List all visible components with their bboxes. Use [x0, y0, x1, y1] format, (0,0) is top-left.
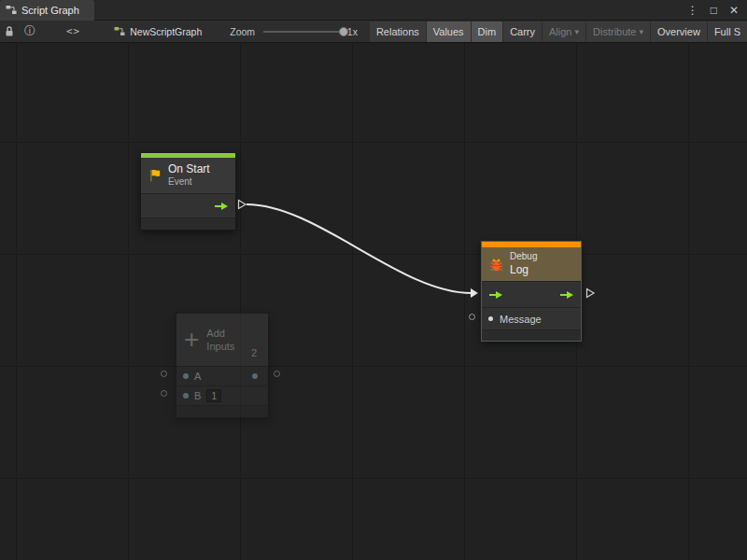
graph-toolbar: ⓘ <> NewScriptGraph Zoom 1x Relations Va… [0, 21, 747, 43]
close-icon[interactable]: ✕ [729, 4, 739, 17]
debug-log-header: Debug Log [482, 247, 581, 281]
wire-arrowhead [471, 288, 478, 298]
port-a-label: A [194, 371, 201, 382]
input-row-b[interactable]: B 1 [176, 385, 268, 405]
bug-icon [488, 257, 504, 273]
node-footer [141, 217, 235, 230]
message-input-port[interactable] [469, 314, 475, 320]
carry-button[interactable]: Carry [503, 21, 542, 42]
flow-output-arrow-icon[interactable] [559, 290, 574, 300]
graph-canvas[interactable]: On Start Event [0, 43, 747, 560]
node-footer [176, 405, 268, 417]
info-icon[interactable]: ⓘ [24, 23, 35, 39]
node-debug-log[interactable]: Debug Log Message [481, 241, 582, 342]
on-start-header: On Start Event [141, 158, 235, 193]
chevron-down-icon: ▾ [640, 27, 644, 36]
maximize-icon[interactable]: □ [711, 4, 717, 17]
script-graph-window: Script Graph ⋮ □ ✕ ⓘ <> NewScriptGraph Z… [0, 0, 747, 560]
plus-icon: + [184, 327, 199, 353]
node-title-line2: Inputs [206, 340, 234, 353]
port-b-value-field[interactable]: 1 [206, 389, 221, 402]
output-port[interactable] [274, 371, 280, 377]
fullscreen-button[interactable]: Full S [708, 21, 747, 42]
graph-name-label: NewScriptGraph [130, 26, 202, 37]
flow-wire[interactable] [247, 204, 472, 293]
add-inputs-header: + Add Inputs 2 [176, 314, 268, 366]
flow-output-port[interactable] [585, 287, 596, 299]
script-graph-icon [6, 5, 17, 15]
value-port-dot[interactable] [183, 373, 189, 379]
relations-button[interactable]: Relations [370, 21, 426, 42]
on-start-flow-row [141, 193, 235, 217]
chevron-down-icon: ▾ [575, 27, 580, 36]
node-title-line1: Add [206, 327, 234, 340]
port-b-label: B [194, 390, 201, 401]
zoom-value: 1x [347, 26, 358, 37]
node-footer [482, 329, 581, 341]
zoom-slider-knob[interactable] [339, 27, 348, 36]
input-count: 2 [251, 347, 257, 358]
node-category: Debug [510, 251, 537, 263]
zoom-slider-track[interactable] [263, 31, 344, 33]
input-b-port[interactable] [161, 390, 167, 397]
distribute-dropdown[interactable]: Distribute ▾ [586, 21, 650, 42]
wire-layer [0, 43, 747, 560]
lock-icon[interactable] [5, 25, 14, 37]
input-a-port[interactable] [161, 371, 167, 377]
message-input-row[interactable]: Message [482, 307, 581, 329]
flow-input-arrow-icon[interactable] [488, 290, 503, 300]
graph-name-group[interactable]: NewScriptGraph [114, 26, 202, 37]
node-title: On Start [168, 162, 210, 176]
graph-asset-icon [114, 26, 125, 36]
overview-button[interactable]: Overview [651, 21, 707, 42]
tab-script-graph[interactable]: Script Graph [0, 0, 94, 21]
toolbar-buttons: Relations Values Dim Carry Align ▾ Distr… [369, 21, 747, 43]
value-port-dot[interactable] [183, 393, 189, 399]
flow-output-port[interactable] [237, 199, 247, 210]
tab-title: Script Graph [21, 5, 79, 16]
edit-code-icon[interactable]: <> [66, 25, 80, 37]
value-port-dot[interactable] [488, 316, 493, 321]
node-on-start[interactable]: On Start Event [140, 152, 236, 231]
zoom-label: Zoom [230, 26, 255, 37]
message-port-label: Message [500, 314, 542, 325]
debug-log-flow-row [482, 281, 581, 307]
input-row-a[interactable]: A [176, 366, 268, 385]
align-dropdown[interactable]: Align ▾ [543, 21, 585, 42]
node-add-inputs-ghost[interactable]: + Add Inputs 2 A B 1 [176, 313, 269, 418]
window-controls: ⋮ □ ✕ [687, 4, 747, 17]
title-bar: Script Graph ⋮ □ ✕ [0, 0, 747, 21]
flag-icon [148, 168, 162, 183]
values-button[interactable]: Values [427, 21, 471, 42]
kebab-menu-icon[interactable]: ⋮ [687, 4, 698, 17]
zoom-slider[interactable] [263, 25, 344, 38]
flow-output-arrow-icon[interactable] [214, 202, 229, 211]
dim-button[interactable]: Dim [472, 21, 503, 42]
node-title: Log [510, 263, 537, 277]
value-output-port-dot[interactable] [252, 373, 258, 379]
node-subtitle: Event [168, 176, 210, 189]
